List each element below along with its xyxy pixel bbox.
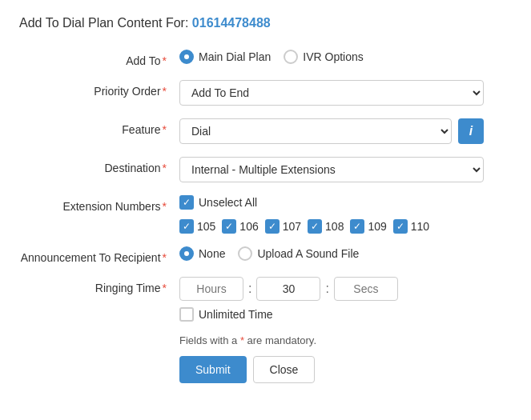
ext-105-checkbox[interactable]: ✓ <box>179 219 194 234</box>
list-item[interactable]: ✓ 109 <box>350 219 386 234</box>
ivr-options-option[interactable]: IVR Options <box>284 50 363 64</box>
announcement-control: None Upload A Sound File <box>179 246 512 261</box>
list-item[interactable]: ✓ 107 <box>265 219 301 234</box>
destination-select[interactable]: Internal - Multiple Extensions External … <box>179 157 484 182</box>
destination-label: Destination* <box>19 157 179 174</box>
destination-row: Destination* Internal - Multiple Extensi… <box>19 157 512 182</box>
feature-label: Feature* <box>19 118 179 136</box>
extension-numbers-control: ✓ Unselect All ✓ 105 ✓ 106 ✓ 107 <box>179 195 512 234</box>
ext-110-checkbox[interactable]: ✓ <box>393 219 408 234</box>
ivr-options-radio[interactable] <box>284 50 298 64</box>
none-radio[interactable] <box>179 246 194 261</box>
ext-105-label: 105 <box>197 220 215 233</box>
list-item[interactable]: ✓ 110 <box>393 219 429 234</box>
time-inputs: : : <box>179 277 398 301</box>
ext-109-checkbox[interactable]: ✓ <box>350 219 364 234</box>
checkmark-icon: ✓ <box>183 198 191 207</box>
ext-110-label: 110 <box>411 220 429 233</box>
ext-106-label: 106 <box>239 220 258 233</box>
unselect-all-checkbox[interactable]: ✓ Unselect All <box>179 195 257 210</box>
add-to-control: Main Dial Plan IVR Options <box>179 50 512 64</box>
ringing-time-label: Ringing Time* <box>19 277 179 294</box>
unselect-all-label: Unselect All <box>199 196 257 209</box>
ext-108-checkbox[interactable]: ✓ <box>308 219 322 234</box>
phone-number: 01614478488 <box>192 16 271 30</box>
priority-order-control: Add To End Add To Start <box>179 80 512 106</box>
upload-radio[interactable] <box>238 246 252 261</box>
upload-label: Upload A Sound File <box>257 247 359 260</box>
page-title: Add To Dial Plan Content For: 0161447848… <box>19 16 512 30</box>
destination-control: Internal - Multiple Extensions External … <box>179 157 512 182</box>
list-item[interactable]: ✓ 108 <box>308 219 344 234</box>
main-dial-plan-option[interactable]: Main Dial Plan <box>179 50 271 64</box>
secs-input[interactable] <box>334 277 398 301</box>
time-sep-2: : <box>325 282 328 296</box>
button-row: Submit Close <box>19 356 512 383</box>
feature-select[interactable]: Dial Voicemail Ring Group <box>179 118 452 144</box>
hours-input[interactable] <box>179 277 243 301</box>
announcement-row: Announcement To Recipient* None Upload A… <box>19 246 512 264</box>
minutes-input[interactable] <box>256 277 320 301</box>
list-item[interactable]: ✓ 105 <box>179 219 215 234</box>
ringing-time-control: : : Unlimited Time <box>179 277 512 322</box>
unselect-all-row: ✓ Unselect All <box>179 195 429 210</box>
info-icon: i <box>469 124 473 138</box>
ext-107-checkbox[interactable]: ✓ <box>265 219 280 234</box>
unlimited-time-label: Unlimited Time <box>199 308 273 321</box>
extension-numbers-label: Extension Numbers* <box>19 195 179 213</box>
extension-numbers-row: Extension Numbers* ✓ Unselect All ✓ 105 … <box>19 195 512 234</box>
add-to-row: Add To* Main Dial Plan IVR Options <box>19 50 512 67</box>
ivr-options-label: IVR Options <box>303 50 363 63</box>
extensions-list: ✓ 105 ✓ 106 ✓ 107 ✓ 108 ✓ 109 <box>179 219 429 234</box>
unselect-all-checkbox-box[interactable]: ✓ <box>179 195 194 210</box>
unlimited-time-wrap: Unlimited Time <box>179 307 398 322</box>
ext-109-label: 109 <box>368 220 386 233</box>
submit-button[interactable]: Submit <box>179 356 247 383</box>
priority-order-select[interactable]: Add To End Add To Start <box>179 80 484 106</box>
priority-order-label: Priority Order* <box>19 80 179 98</box>
none-option[interactable]: None <box>179 246 225 261</box>
feature-row: Feature* Dial Voicemail Ring Group i <box>19 118 512 144</box>
ext-108-label: 108 <box>325 220 344 233</box>
list-item[interactable]: ✓ 106 <box>222 219 258 234</box>
priority-order-row: Priority Order* Add To End Add To Start <box>19 80 512 106</box>
title-text: Add To Dial Plan Content For: <box>19 16 188 30</box>
upload-option[interactable]: Upload A Sound File <box>238 246 359 261</box>
none-label: None <box>199 247 225 260</box>
time-sep-1: : <box>248 282 251 296</box>
add-to-label: Add To* <box>19 50 179 67</box>
unlimited-checkbox-box[interactable] <box>179 307 194 322</box>
announcement-label: Announcement To Recipient* <box>19 246 179 264</box>
ringing-wrap: : : Unlimited Time <box>179 277 398 322</box>
main-dial-plan-radio[interactable] <box>179 50 194 64</box>
close-button[interactable]: Close <box>253 356 316 383</box>
ext-107-label: 107 <box>283 220 301 233</box>
ext-106-checkbox[interactable]: ✓ <box>222 219 236 234</box>
feature-control: Dial Voicemail Ring Group i <box>179 118 512 144</box>
feature-info-button[interactable]: i <box>458 118 484 144</box>
ringing-time-row: Ringing Time* : : Unlimited Time <box>19 277 512 322</box>
main-dial-plan-label: Main Dial Plan <box>199 50 271 63</box>
unlimited-time-checkbox[interactable]: Unlimited Time <box>179 307 273 322</box>
mandatory-note: Fields with a * are mandatory. <box>19 334 512 346</box>
extension-block: ✓ Unselect All ✓ 105 ✓ 106 ✓ 107 <box>179 195 429 234</box>
